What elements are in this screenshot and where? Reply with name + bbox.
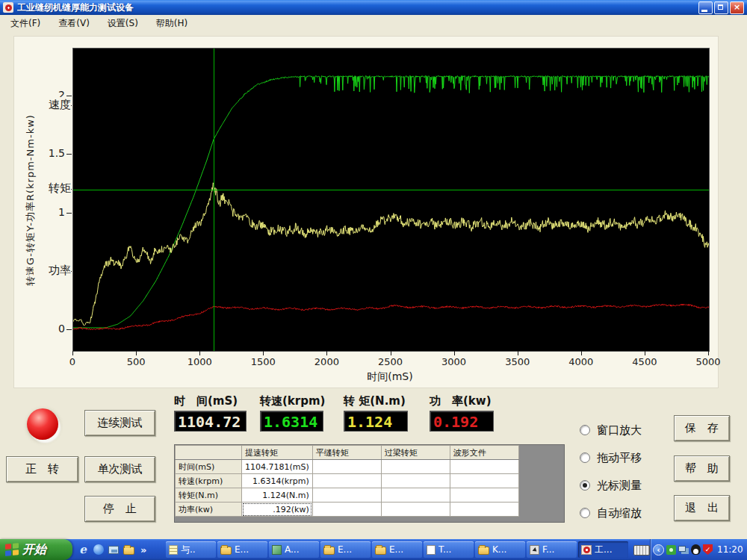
- continuous-test-button[interactable]: 连续测试: [84, 410, 155, 436]
- start-label: 开始: [22, 542, 46, 558]
- table-cell[interactable]: [450, 460, 518, 474]
- table-cell[interactable]: [312, 460, 381, 474]
- x-tick-label: 1500: [239, 356, 287, 367]
- word-icon: [427, 545, 436, 555]
- taskbar: 开始 e» 与..E...A...E...E...T...K...F...工..…: [0, 539, 747, 560]
- input-method-icon[interactable]: [633, 545, 650, 556]
- note-icon: [169, 545, 178, 555]
- table-cell[interactable]: [312, 503, 381, 517]
- table-column-header: 提速转矩: [242, 446, 313, 460]
- cursor-vertical-line[interactable]: [214, 49, 214, 351]
- table-cell[interactable]: [381, 503, 450, 517]
- exit-button[interactable]: 退 出: [674, 495, 730, 521]
- taskbar-item-6[interactable]: K...: [475, 541, 525, 558]
- x-tick-mark: [263, 351, 264, 355]
- table-row: 转矩(N.m)1.124(N.m): [176, 488, 519, 503]
- taskbar-item-5[interactable]: T...: [424, 541, 474, 558]
- taskbar-item-2[interactable]: A...: [269, 541, 319, 558]
- radio-option-0[interactable]: 窗口放大: [580, 423, 669, 438]
- y-axis-marker-1: 转矩: [34, 181, 71, 196]
- hide-icon[interactable]: ‹: [653, 544, 664, 556]
- readout-value-1: 1.6314: [260, 411, 323, 432]
- table-cell[interactable]: .192(kw): [242, 503, 313, 517]
- tray-clock[interactable]: 11:20: [717, 544, 743, 555]
- radio-button-icon: [580, 480, 590, 491]
- taskbar-item-label: T...: [438, 544, 451, 555]
- table-cell[interactable]: [450, 503, 518, 517]
- x-tick-label: 3500: [494, 356, 542, 367]
- cursor-horizontal-line[interactable]: [73, 190, 709, 190]
- radio-option-1[interactable]: 拖动平移: [580, 450, 669, 465]
- qq-icon[interactable]: [691, 544, 701, 555]
- table-row-label: 功率(kw): [176, 503, 242, 517]
- menu-item-1[interactable]: 查看(V): [52, 16, 96, 31]
- green-app-icon[interactable]: [666, 545, 676, 555]
- desktop-icon[interactable]: [108, 546, 119, 554]
- radio-option-2[interactable]: 光标测量: [580, 478, 669, 493]
- close-button[interactable]: ×: [730, 1, 744, 14]
- table-row-label: 转速(krpm): [176, 474, 242, 488]
- taskbar-item-7[interactable]: F...: [527, 541, 577, 558]
- radio-option-3[interactable]: 自动缩放: [580, 505, 669, 520]
- window-controls: ×: [698, 1, 744, 14]
- single-test-button[interactable]: 单次测试: [84, 456, 155, 482]
- radio-option-label: 光标测量: [597, 479, 642, 493]
- start-button[interactable]: 开始: [0, 539, 72, 560]
- network-icon[interactable]: [678, 546, 686, 552]
- minimize-button[interactable]: [698, 1, 713, 14]
- radio-button-icon: [580, 508, 590, 518]
- quick-launch-overflow-icon[interactable]: »: [139, 544, 146, 556]
- shield-icon[interactable]: ✓: [703, 544, 713, 555]
- table-column-header: 平缝转矩: [312, 446, 381, 460]
- title-bar[interactable]: 工业缝纫机缝厚能力测试设备 ×: [0, 0, 747, 15]
- chart-curves: [73, 49, 709, 351]
- taskbar-item-3[interactable]: E...: [320, 541, 371, 558]
- table-cell[interactable]: [312, 488, 381, 503]
- restore-button[interactable]: [714, 1, 728, 14]
- menu-item-2[interactable]: 设置(S): [102, 16, 144, 31]
- folder-icon: [220, 547, 232, 555]
- taskbar-item-label: F...: [542, 544, 554, 555]
- window-title: 工业缝纫机缝厚能力测试设备: [17, 1, 695, 14]
- table-cell[interactable]: [381, 460, 450, 474]
- taskbar-item-4[interactable]: E...: [372, 541, 422, 558]
- table-cell[interactable]: [381, 488, 450, 503]
- table-row: 时间(mS)1104.7181(mS): [176, 460, 519, 474]
- menu-item-3[interactable]: 帮助(H): [150, 16, 193, 31]
- table-column-header: 过梁转矩: [381, 446, 450, 460]
- taskbar-item-8[interactable]: 工...: [578, 541, 628, 558]
- save-button[interactable]: 保 存: [674, 415, 730, 441]
- results-table: 提速转矩平缝转矩过梁转矩波形文件时间(mS)1104.7181(mS)转速(kr…: [175, 445, 519, 517]
- x-tick-label: 0: [49, 356, 96, 367]
- sew-icon: [581, 545, 592, 555]
- help-button[interactable]: 帮 助: [674, 455, 730, 482]
- table-cell[interactable]: 1.6314(krpm): [242, 474, 313, 488]
- table-cell[interactable]: 1104.7181(mS): [242, 460, 313, 474]
- results-table-container: 提速转矩平缝转矩过梁转矩波形文件时间(mS)1104.7181(mS)转速(kr…: [174, 444, 565, 523]
- x-tick-label: 2000: [303, 356, 350, 367]
- x-tick-mark: [326, 351, 327, 355]
- taskbar-item-label: A...: [285, 544, 299, 555]
- menu-item-0[interactable]: 文件(F): [4, 16, 46, 31]
- radio-option-label: 自动缩放: [597, 506, 642, 520]
- x-tick-label: 500: [112, 356, 160, 367]
- table-column-header: 波形文件: [450, 446, 518, 460]
- table-cell[interactable]: [312, 474, 381, 488]
- taskbar-item-0[interactable]: 与..: [166, 541, 216, 558]
- ie-icon[interactable]: e: [77, 544, 89, 556]
- forward-button[interactable]: 正 转: [6, 456, 78, 482]
- x-tick-mark: [136, 351, 137, 355]
- table-cell[interactable]: [381, 474, 450, 488]
- table-cell[interactable]: [450, 488, 518, 503]
- series-1: [73, 183, 709, 326]
- folder-icon[interactable]: [123, 547, 134, 555]
- table-cell[interactable]: [450, 474, 518, 488]
- status-led: [27, 408, 58, 440]
- table-row: 转速(krpm)1.6314(krpm): [176, 474, 519, 488]
- media-icon[interactable]: [93, 544, 104, 555]
- plot-area[interactable]: [72, 48, 710, 352]
- taskbar-item-1[interactable]: E...: [217, 541, 267, 558]
- table-cell[interactable]: 1.124(N.m): [242, 488, 313, 503]
- stop-button[interactable]: 停 止: [84, 496, 155, 522]
- table-row: 功率(kw).192(kw): [176, 503, 519, 517]
